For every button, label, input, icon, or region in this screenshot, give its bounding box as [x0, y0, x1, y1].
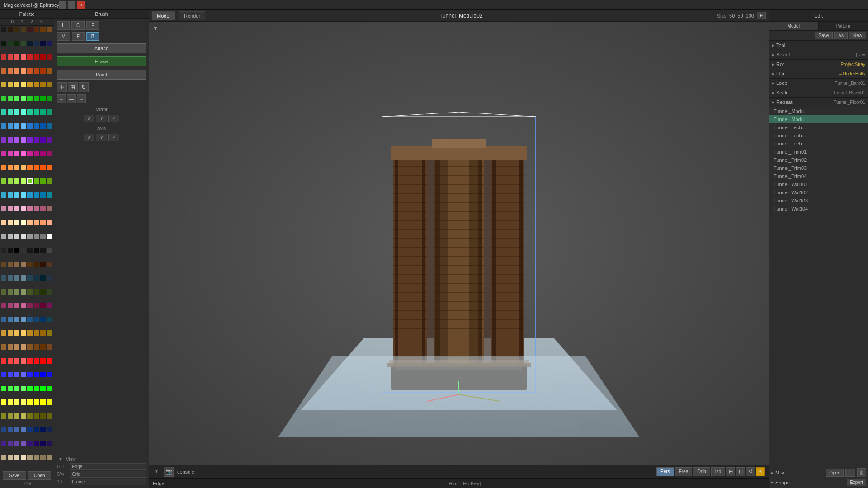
color-cell-217[interactable] [8, 399, 13, 405]
mirror-y[interactable]: Y [96, 115, 107, 122]
color-cell-154[interactable] [14, 289, 19, 295]
color-cell-214[interactable] [40, 386, 46, 391]
section-flip-header[interactable]: ▶ Flip – UnderHalls [769, 69, 868, 78]
minimize-btn[interactable]: _ [59, 1, 66, 9]
color-cell-78[interactable] [40, 151, 46, 156]
palette-open-btn[interactable]: Open [28, 471, 52, 480]
file-list-item-11[interactable]: Tunnel_Wal103 [769, 197, 868, 205]
color-cell-8[interactable] [1, 41, 6, 46]
color-cell-101[interactable] [34, 192, 39, 198]
color-cell-215[interactable] [47, 386, 52, 391]
color-cell-85[interactable] [34, 165, 39, 170]
color-cell-194[interactable] [14, 358, 19, 364]
color-cell-182[interactable] [40, 330, 46, 336]
file-list-item-7[interactable]: Tunnel_Trim03 [769, 164, 868, 172]
color-cell-155[interactable] [21, 289, 26, 295]
maximize-btn[interactable]: □ [68, 1, 75, 9]
color-cell-166[interactable] [40, 303, 46, 308]
color-cell-149[interactable] [34, 275, 39, 281]
color-cell-47[interactable] [47, 96, 52, 101]
brush-type-b[interactable]: B [86, 32, 99, 41]
color-cell-111[interactable] [47, 206, 52, 211]
color-cell-80[interactable] [1, 165, 6, 170]
color-cell-222[interactable] [40, 399, 46, 405]
color-cell-121[interactable] [8, 234, 13, 239]
color-cell-220[interactable] [27, 399, 33, 405]
color-cell-87[interactable] [47, 165, 52, 170]
color-cell-213[interactable] [34, 386, 39, 391]
color-cell-60[interactable] [27, 123, 33, 129]
color-cell-71[interactable] [47, 137, 52, 143]
color-cell-198[interactable] [40, 358, 46, 364]
color-cell-240[interactable] [1, 441, 6, 446]
color-cell-131[interactable] [21, 248, 26, 253]
color-cell-167[interactable] [47, 303, 52, 308]
color-cell-54[interactable] [40, 109, 46, 115]
color-cell-227[interactable] [21, 413, 26, 419]
file-saveas-btn[interactable]: As [834, 32, 848, 39]
color-cell-58[interactable] [14, 123, 19, 129]
color-cell-137[interactable] [8, 262, 13, 267]
file-list-item-3[interactable]: Tunnel_Tech... [769, 131, 868, 140]
section-loop-header[interactable]: ▶ Loop Tunnel_Bars01 [769, 79, 868, 88]
color-cell-160[interactable] [1, 303, 6, 308]
color-cell-236[interactable] [27, 427, 33, 432]
color-cell-68[interactable] [27, 137, 33, 143]
color-cell-110[interactable] [40, 206, 46, 211]
color-cell-70[interactable] [40, 137, 46, 143]
color-cell-123[interactable] [21, 234, 26, 239]
color-cell-179[interactable] [21, 330, 26, 336]
color-cell-178[interactable] [14, 330, 19, 336]
color-cell-165[interactable] [34, 303, 39, 308]
color-cell-5[interactable] [34, 27, 39, 32]
color-cell-175[interactable] [47, 317, 52, 322]
color-cell-183[interactable] [47, 330, 52, 336]
color-cell-226[interactable] [14, 413, 19, 419]
view-orth[interactable]: Orth [693, 467, 710, 476]
color-cell-51[interactable] [21, 109, 26, 115]
color-cell-224[interactable] [1, 413, 6, 419]
arrow-left[interactable]: ← [57, 94, 66, 103]
color-cell-230[interactable] [40, 413, 46, 419]
color-cell-33[interactable] [8, 82, 13, 87]
color-cell-132[interactable] [27, 248, 33, 253]
color-cell-44[interactable] [27, 96, 33, 101]
color-cell-45[interactable] [34, 96, 39, 101]
color-cell-143[interactable] [47, 262, 52, 267]
color-cell-188[interactable] [27, 344, 33, 350]
color-cell-55[interactable] [47, 109, 52, 115]
color-cell-93[interactable] [34, 178, 39, 184]
grid-view-btn[interactable]: ⊞ [726, 467, 735, 476]
color-cell-150[interactable] [40, 275, 46, 281]
color-cell-187[interactable] [21, 344, 26, 350]
color-cell-115[interactable] [21, 220, 26, 225]
paint-btn[interactable]: Paint [57, 70, 146, 80]
color-cell-73[interactable] [8, 151, 13, 156]
right-tab-model[interactable]: Model [769, 22, 819, 30]
color-cell-134[interactable] [40, 248, 46, 253]
color-cell-120[interactable] [1, 234, 6, 239]
color-cell-210[interactable] [14, 386, 19, 391]
color-cell-106[interactable] [14, 206, 19, 211]
color-cell-157[interactable] [34, 289, 39, 295]
color-cell-195[interactable] [21, 358, 26, 364]
color-cell-52[interactable] [27, 109, 33, 115]
color-cell-251[interactable] [21, 455, 26, 460]
file-list-item-2[interactable]: Tunnel_Tech... [769, 123, 868, 131]
color-cell-250[interactable] [14, 455, 19, 460]
color-cell-114[interactable] [14, 220, 19, 225]
color-cell-206[interactable] [40, 372, 46, 377]
color-cell-142[interactable] [40, 262, 46, 267]
color-cell-62[interactable] [40, 123, 46, 129]
color-cell-30[interactable] [40, 68, 46, 74]
color-cell-96[interactable] [1, 192, 6, 198]
color-cell-23[interactable] [47, 54, 52, 60]
view-pers[interactable]: Pers [656, 467, 674, 476]
file-list-item-0[interactable]: Tunnel_Modu... [769, 107, 868, 115]
color-cell-104[interactable] [1, 206, 6, 211]
color-cell-74[interactable] [14, 151, 19, 156]
color-cell-156[interactable] [27, 289, 33, 295]
file-list-item-12[interactable]: Tunnel_Wal104 [769, 205, 868, 213]
color-cell-4[interactable] [27, 27, 33, 32]
color-cell-234[interactable] [14, 427, 19, 432]
